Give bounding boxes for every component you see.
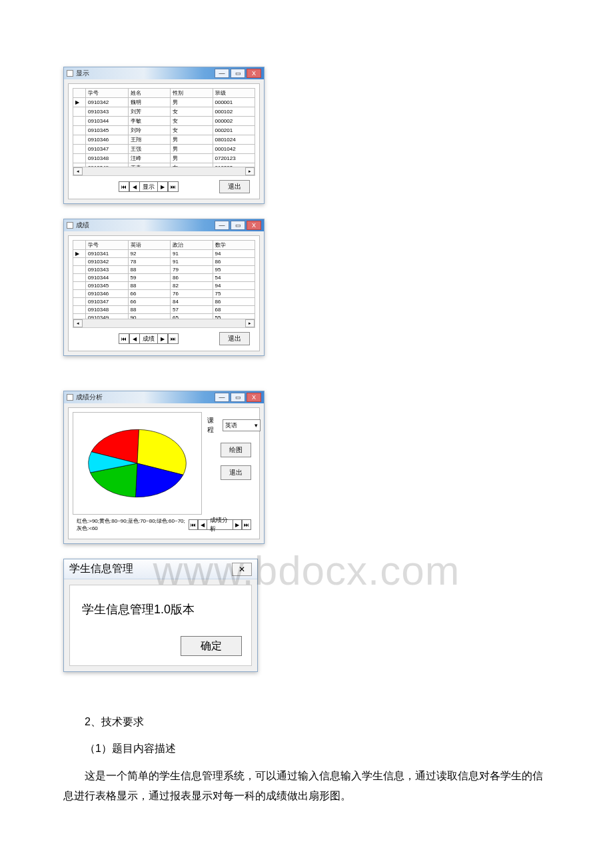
titlebar: 成绩 — ▭ X [64,219,264,231]
horizontal-scrollbar[interactable]: ◂ ▸ [73,167,255,176]
table-cell: 女 [171,117,213,126]
column-header[interactable]: 学号 [86,241,129,250]
column-header[interactable]: 英语 [128,241,171,250]
table-row[interactable]: 0910348汪峰男0720123 [73,154,255,163]
table-row[interactable]: 0910346王翔男0801024 [73,135,255,145]
table-row[interactable]: ▶0910342魏明男000001 [73,98,255,107]
table-cell: 55 [213,314,255,320]
table-row[interactable]: 0910344李敏女000002 [73,117,255,126]
table-cell: 90 [128,314,171,320]
table-row[interactable]: 0910348885768 [73,306,255,314]
nav-first-icon[interactable]: ⏮ [119,333,129,344]
record-navigator[interactable]: ⏮ ◀ 显示 ▶ ⏭ [119,181,179,192]
column-header[interactable]: 姓名 [128,89,171,98]
window-display-students: 显示 — ▭ X 学号姓名性别班级▶0910342魏明男000001091034… [63,67,265,204]
window-title: 成绩分析 [76,393,103,402]
nav-first-icon[interactable]: ⏮ [189,519,198,530]
table-cell: 76 [171,290,213,298]
close-button[interactable]: X [247,221,261,230]
table-cell: 0910341 [86,250,129,258]
chevron-down-icon: ▾ [255,422,258,429]
table-row[interactable]: ▶0910341929194 [73,250,255,258]
record-navigator[interactable]: ⏮ ◀ 成绩 ▶ ⏭ [119,333,179,344]
column-header[interactable]: 学号 [86,89,129,98]
horizontal-scrollbar[interactable]: ◂ ▸ [73,319,255,328]
table-cell: 0801024 [213,135,255,145]
table-cell: 刘玲 [128,126,171,135]
table-row[interactable]: 0910346667675 [73,290,255,298]
scroll-right-icon[interactable]: ▸ [245,167,255,175]
minimize-button[interactable]: — [215,69,229,78]
table-cell: 男 [171,135,213,145]
table-cell: 79 [171,266,213,274]
record-navigator[interactable]: ⏮ ◀ 成绩分析 ▶ ⏭ [189,519,251,530]
exit-button[interactable]: 退出 [221,465,251,480]
students-table[interactable]: 学号姓名性别班级▶0910342魏明男0000010910343刘芳女00010… [73,88,255,167]
table-row[interactable]: 0910347668486 [73,298,255,306]
app-icon [67,394,73,401]
nav-last-icon[interactable]: ⏭ [242,519,251,530]
nav-prev-icon[interactable]: ◀ [198,519,207,530]
column-header[interactable]: 班级 [213,89,255,98]
close-button[interactable]: ✕ [232,563,252,576]
table-cell: 0910347 [86,298,129,306]
nav-prev-icon[interactable]: ◀ [129,181,140,192]
minimize-button[interactable]: — [215,393,229,402]
table-row[interactable]: 0910342789186 [73,258,255,266]
close-button[interactable]: X [247,393,261,402]
table-cell: 88 [128,306,171,314]
app-icon [67,70,73,77]
exit-button[interactable]: 退出 [219,332,250,345]
window-display-scores: 成绩 — ▭ X 学号英语政治数学▶0910341929194091034278… [63,219,265,356]
table-cell: 54 [213,274,255,282]
minimize-button[interactable]: — [215,221,229,230]
nav-prev-icon[interactable]: ◀ [129,333,140,344]
table-cell: 0910344 [86,117,129,126]
table-cell: 0910348 [86,306,129,314]
scroll-right-icon[interactable]: ▸ [245,319,255,327]
column-header[interactable]: 数学 [213,241,255,250]
dialog-title: 学生信息管理 [69,562,133,576]
nav-next-icon[interactable]: ▶ [157,181,168,192]
table-row[interactable]: 0910344598654 [73,274,255,282]
window-score-analysis: 成绩分析 — ▭ X 课程 英语 ▾ [63,391,265,544]
scroll-left-icon[interactable]: ◂ [73,167,83,175]
table-row[interactable]: 0910343刘芳女000102 [73,107,255,117]
nav-next-icon[interactable]: ▶ [157,333,168,344]
course-select[interactable]: 英语 ▾ [223,419,261,431]
table-cell: 0910345 [86,282,129,290]
table-cell: 魏明 [128,98,171,107]
nav-last-icon[interactable]: ⏭ [168,333,179,344]
exit-button[interactable]: 退出 [219,180,250,193]
table-row[interactable]: 0910345888294 [73,282,255,290]
table-row[interactable]: 0910345刘玲女000201 [73,126,255,135]
table-row[interactable]: 0910343887995 [73,266,255,274]
maximize-button[interactable]: ▭ [231,393,245,402]
table-row[interactable]: 0910347王强男0001042 [73,145,255,154]
table-row[interactable]: 0910349906555 [73,314,255,320]
scroll-left-icon[interactable]: ◂ [73,319,83,327]
table-cell: 86 [213,298,255,306]
table-cell: 78 [128,258,171,266]
column-header[interactable]: 性别 [171,89,213,98]
close-button[interactable]: X [247,69,261,78]
table-cell: 汪峰 [128,154,171,163]
table-cell: 000102 [213,107,255,117]
table-cell: 0910344 [86,274,129,282]
draw-button[interactable]: 绘图 [221,443,251,457]
nav-label: 成绩分析 [207,519,233,530]
table-cell: 0910343 [86,107,129,117]
table-cell: 000002 [213,117,255,126]
table-cell: 88 [128,266,171,274]
scores-table[interactable]: 学号英语政治数学▶0910341929194091034278918609103… [73,240,255,319]
paragraph: 这是一个简单的学生信息管理系统，可以通过输入信息输入学生信息，通过读取信息对各学… [63,766,550,807]
maximize-button[interactable]: ▭ [231,221,245,230]
nav-last-icon[interactable]: ⏭ [168,181,179,192]
nav-next-icon[interactable]: ▶ [233,519,242,530]
column-header[interactable]: 政治 [171,241,213,250]
maximize-button[interactable]: ▭ [231,69,245,78]
dialog-text: 学生信息管理1.0版本 [70,585,251,636]
nav-first-icon[interactable]: ⏮ [119,181,129,192]
table-cell: 88 [128,282,171,290]
ok-button[interactable]: 确定 [181,636,242,656]
